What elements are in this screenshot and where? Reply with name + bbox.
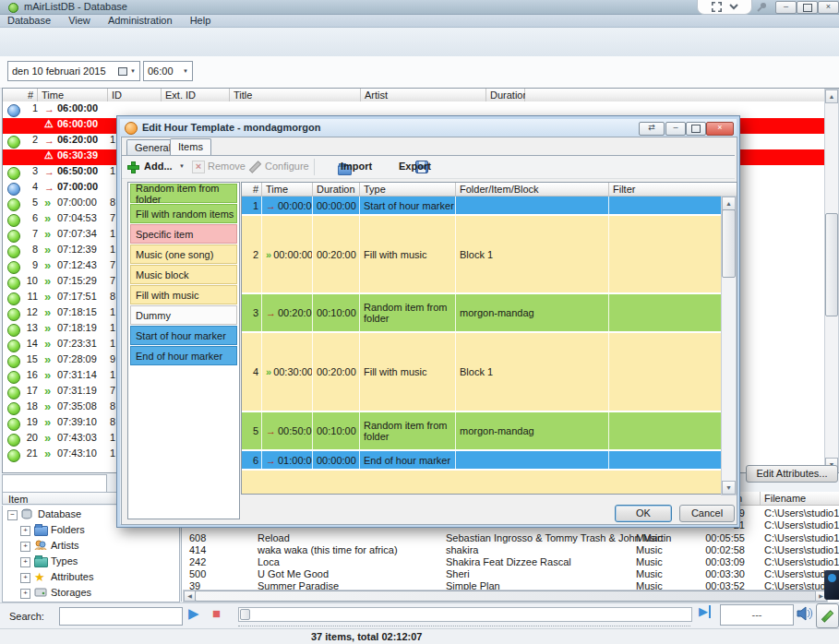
date-dropdown-icon[interactable]: ▼ [130, 68, 136, 74]
slider-thumb[interactable] [240, 609, 250, 620]
hour-select[interactable]: 06:00 ▼ [143, 61, 193, 81]
menu-administration[interactable]: Administration [101, 15, 180, 27]
dialog-close-button[interactable]: × [706, 122, 734, 136]
library-col-filename[interactable]: Filename [764, 492, 806, 505]
template-table-header[interactable]: # Time Duration Type Folder/Item/Block F… [242, 183, 737, 197]
palette-item[interactable]: Music (one song) [130, 244, 237, 264]
dialog-icon [125, 122, 138, 135]
playlist-col-extid[interactable]: Ext. ID [162, 89, 230, 101]
menu-bar: Database View Administration Help [0, 15, 839, 28]
dialog-tab-items[interactable]: Items [170, 138, 211, 156]
palette-item[interactable]: Fill with random items [130, 204, 237, 223]
scroll-down-icon[interactable]: ▼ [722, 481, 736, 495]
playlist-col-artist[interactable]: Artist [361, 89, 486, 101]
stop-button[interactable]: ■ [212, 605, 221, 621]
scroll-up-icon[interactable]: ▲ [825, 89, 838, 103]
maximize-icon [691, 125, 701, 133]
close-button[interactable]: × [818, 1, 839, 14]
library-row[interactable]: 242 Loca Shakira Feat Dizzee Rascal Musi… [182, 556, 839, 568]
soft-time-icon: » [44, 415, 51, 429]
ok-button[interactable]: OK [615, 505, 672, 522]
playlist-col-id[interactable]: ID [108, 89, 162, 101]
playlist-col-time[interactable]: Time [38, 89, 108, 101]
soft-time-icon: » [44, 352, 51, 366]
add-button[interactable]: Add... [144, 161, 173, 172]
position-slider[interactable] [238, 607, 692, 622]
fixed-time-icon: → [266, 455, 276, 466]
library-hscrollbar[interactable]: ◀ ▶ [183, 590, 828, 602]
template-row[interactable]: 1 →00:00:00 00:00:00 Start of hour marke… [242, 197, 737, 216]
dialog-maximize-button[interactable] [686, 122, 706, 136]
template-row[interactable]: 5 →00:50:00 00:10:00 Random item from fo… [242, 412, 737, 451]
playlist-scrollbar[interactable]: ▲ ▼ [824, 89, 839, 472]
tree-item-folders[interactable]: + Folders [3, 524, 17, 536]
palette-item[interactable]: End of hour marker [130, 346, 237, 365]
speaker-icon[interactable] [796, 605, 814, 622]
palette-item[interactable]: Music block [130, 265, 237, 284]
expand-icon[interactable]: + [20, 526, 30, 536]
collapse-icon[interactable]: − [7, 510, 18, 520]
folders-icon [34, 526, 48, 536]
palette-item[interactable]: Start of hour marker [130, 326, 237, 345]
configure-button[interactable]: Configure [265, 161, 309, 172]
restore-icon [803, 4, 812, 12]
play-button[interactable]: ▶ [188, 605, 199, 622]
scroll-up-icon[interactable]: ▲ [722, 197, 736, 210]
playlist-col-num[interactable]: # [3, 89, 38, 101]
playlist-col-title[interactable]: Title [230, 89, 361, 101]
database-icon [21, 508, 33, 520]
expand-icon[interactable]: + [20, 542, 30, 552]
pin-icon[interactable] [757, 2, 767, 12]
library-row[interactable]: 500 U Got Me Good Sheri Music 00:03:30 C… [182, 568, 839, 580]
menu-help[interactable]: Help [183, 15, 219, 27]
search-input[interactable] [59, 607, 183, 626]
menu-view[interactable]: View [61, 15, 98, 27]
close-icon: × [717, 123, 722, 132]
dialog-client: General Items Add... ▼ × Remove Configur… [121, 137, 737, 525]
edit-button[interactable] [816, 603, 839, 628]
chevron-down-icon[interactable] [729, 4, 738, 10]
dialog-import-button[interactable]: Import [341, 161, 372, 172]
dialog-title-bar[interactable]: Edit Hour Template - mondagmorgon ⇄ – × [120, 119, 737, 137]
minimize-button[interactable]: – [775, 1, 797, 14]
template-row[interactable]: 2 »00:00:00 00:20:00 Fill with music Blo… [242, 216, 737, 294]
fullscreen-icon[interactable] [712, 2, 722, 12]
remove-button[interactable]: Remove [208, 161, 246, 172]
menu-database[interactable]: Database [0, 15, 58, 27]
scrollbar-thumb[interactable] [825, 213, 838, 316]
tree-item-types[interactable]: + Types [3, 555, 17, 567]
scrollbar-thumb[interactable] [722, 209, 736, 278]
soft-time-icon: » [44, 384, 51, 398]
palette-item[interactable]: Specific item [130, 224, 237, 244]
warning-icon: ⚠ [44, 118, 54, 130]
date-picker[interactable]: den 10 februari 2015 ▼ [7, 61, 140, 81]
overlay-corner-icon[interactable] [824, 570, 839, 600]
playlist-col-filler [525, 89, 824, 101]
library-row[interactable]: 608 Reload Sebastian Ingrosso & Tommy Tr… [182, 532, 839, 544]
fixed-time-icon: → [44, 135, 54, 146]
time-display: --- [720, 604, 794, 626]
add-dropdown-icon[interactable]: ▼ [179, 163, 185, 169]
dialog-export-button[interactable]: Export [399, 161, 431, 172]
template-row[interactable]: 3 →00:20:00 00:10:00 Random item from fo… [242, 294, 737, 333]
cancel-button[interactable]: Cancel [679, 505, 735, 522]
scrollbar-thumb[interactable] [195, 590, 817, 602]
hour-dropdown-icon[interactable]: ▼ [183, 68, 188, 74]
expand-icon[interactable]: + [20, 557, 30, 567]
edit-attributes-button[interactable]: Edit Attributes... [746, 465, 838, 483]
playlist-col-duration[interactable]: Duration [486, 89, 525, 101]
status-text: 37 items, total 02:12:07 [311, 631, 422, 642]
dialog-minimize-button[interactable]: – [665, 122, 686, 136]
palette-item[interactable]: Fill with music [130, 285, 237, 304]
dialog-detach-button[interactable]: ⇄ [639, 122, 665, 136]
restore-button[interactable] [797, 1, 818, 14]
template-row[interactable]: 4 »00:30:00 00:20:00 Fill with music Blo… [242, 333, 737, 412]
palette-item[interactable]: Random item from folder [130, 184, 237, 203]
expand-icon[interactable]: + [20, 573, 30, 583]
library-row[interactable]: 414 waka waka (this time for africa) sha… [182, 544, 839, 556]
skip-end-button[interactable]: ▶ [699, 605, 711, 618]
template-scrollbar[interactable]: ▲ ▼ [721, 196, 737, 495]
expand-icon[interactable]: + [20, 589, 30, 599]
template-row[interactable]: 6 →01:00:00 00:00:00 End of hour marker [242, 451, 737, 471]
palette-item[interactable]: Dummy [130, 305, 237, 325]
